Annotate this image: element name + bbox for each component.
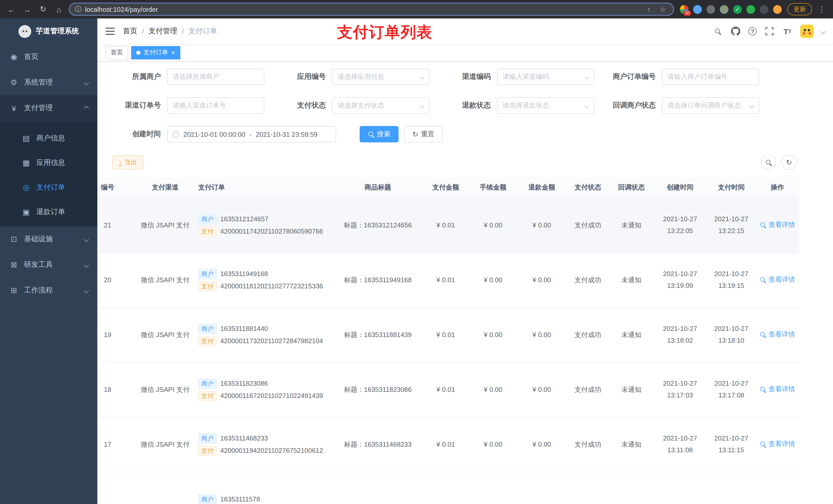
export-button[interactable]: ↓ 导出 xyxy=(112,155,143,170)
github-icon[interactable] xyxy=(731,26,741,37)
cell-pay-order: 商户1635311881440支付42000011732021102728479… xyxy=(192,307,333,362)
app-id-input[interactable]: 请选择应用信息 xyxy=(332,69,429,85)
sidebar-item-workflow[interactable]: ⊞工作流程 xyxy=(0,278,97,303)
view-detail-link[interactable]: 查看详情 xyxy=(760,440,795,449)
merchant-tag: 商户 xyxy=(198,433,217,443)
reset-button[interactable]: ↻ 重置 xyxy=(404,126,443,142)
extension-sage-icon[interactable] xyxy=(720,5,729,14)
merchant-order-no-input[interactable]: 请输入商户订单编号 xyxy=(662,69,759,85)
notify-status-input[interactable]: 请选择订单回调商户状态 xyxy=(662,97,759,114)
app-logo[interactable]: 芋道管理系统 xyxy=(0,19,97,44)
table-row: 18微信 JSAPI 支付商户1635311823086支付4200001167… xyxy=(97,362,799,417)
search-icon[interactable] xyxy=(713,26,723,37)
toggle-search-button[interactable] xyxy=(761,155,776,170)
sidebar-item-devtools[interactable]: ⊠研发工具 xyxy=(0,252,97,278)
breadcrumb-home[interactable]: 首页 xyxy=(123,27,137,36)
view-detail-link[interactable]: 查看详情 xyxy=(760,385,795,394)
back-button[interactable]: ← xyxy=(5,3,18,15)
clock-icon xyxy=(173,131,179,138)
chevron-down-icon[interactable] xyxy=(820,29,826,34)
sidebar-item-app-info[interactable]: ▦应用信息 xyxy=(0,150,97,175)
filter-field: 商户订单编号请输入商户订单编号 xyxy=(600,69,759,85)
filter-label: 渠道订单号 xyxy=(105,101,167,110)
merchant-input[interactable]: 请选择所属商户 xyxy=(167,69,264,85)
tab-label: 支付订单 xyxy=(143,48,168,57)
create-time-range-input[interactable]: 2021-10-01 00:00:00 - 2021-10-31 23:59:5… xyxy=(167,126,336,142)
merchant-order-no: 1635312124657 xyxy=(220,215,268,223)
tags-view: 首页 支付订单 × xyxy=(97,44,833,62)
extension-face-icon[interactable] xyxy=(773,5,782,14)
cell-id xyxy=(97,472,138,504)
share-icon[interactable]: ↑ xyxy=(644,4,654,14)
extension-badge: 10 xyxy=(684,10,691,16)
pay-order-no: 4200001194202110276752100612 xyxy=(220,447,323,454)
column-header: 支付渠道 xyxy=(138,177,192,198)
pay-tag: 支付 xyxy=(198,390,217,401)
sidebar-item-system[interactable]: ⚙系统管理 xyxy=(0,70,97,95)
reload-button[interactable]: ↻ xyxy=(37,3,49,15)
tab-label: 首页 xyxy=(111,48,123,57)
view-detail-link[interactable]: 查看详情 xyxy=(760,220,795,230)
breadcrumb-pay-manage[interactable]: 支付管理 xyxy=(148,27,177,36)
cell-refund: ¥ 0.00 xyxy=(518,307,566,362)
search-button[interactable]: 搜索 xyxy=(360,126,399,142)
sidebar-item-label: 支付管理 xyxy=(24,103,53,113)
browser-menu-icon[interactable]: ⋮ xyxy=(815,3,828,15)
cell-pay-order: 商户1635311468233支付42000011942021102767521… xyxy=(192,417,333,472)
home-button[interactable]: ⌂ xyxy=(53,3,65,15)
sidebar-item-infra[interactable]: ⊡基础设施 xyxy=(0,226,97,252)
forward-button[interactable]: → xyxy=(21,3,33,15)
extensions-grid-icon[interactable]: 10 xyxy=(680,5,689,14)
sidebar-item-home[interactable]: ◉首页 xyxy=(0,44,97,70)
cell-refund: ¥ 0.00 xyxy=(518,362,566,417)
pay-status-input[interactable]: 请选择支付状态 xyxy=(332,97,429,114)
table-row: 商户16353111578 xyxy=(97,472,799,504)
table-row: 17微信 JSAPI 支付商户1635311468233支付4200001194… xyxy=(97,417,799,472)
close-icon[interactable]: × xyxy=(171,49,175,56)
filter-label: 应用编号 xyxy=(270,72,332,81)
placeholder-text: 请选择订单回调商户状态 xyxy=(668,101,747,110)
table-body: 21微信 JSAPI 支付商户1635312124657支付4200001174… xyxy=(97,198,799,504)
refund-status-input[interactable]: 请选择退款状态 xyxy=(497,97,594,114)
fullscreen-icon[interactable] xyxy=(764,26,775,37)
search-icon xyxy=(368,131,375,138)
bookmark-star-icon[interactable]: ☆ xyxy=(658,4,668,14)
channel-order-no-input[interactable]: 请输入渠道订单号 xyxy=(167,97,264,114)
merchant-tag: 商户 xyxy=(198,214,217,224)
cell-fee: ¥ 0.00 xyxy=(469,198,518,253)
sidebar-item-refund-order[interactable]: ▣退款订单 xyxy=(0,200,97,224)
extension-green-check-icon[interactable]: ✓ xyxy=(733,5,742,14)
merchant-order-no: 1635311881440 xyxy=(220,325,268,332)
channel-code-input[interactable]: 请输入渠道编码 xyxy=(497,69,594,85)
help-icon[interactable]: ? xyxy=(748,27,757,35)
cell-create-time: 2021-10-2713:19:09 xyxy=(653,253,707,307)
extension-blue-icon[interactable] xyxy=(693,5,702,14)
cell-create-time: 2021-10-2713:18:02 xyxy=(653,307,707,362)
sidebar-item-pay-order[interactable]: ◎支付订单 xyxy=(0,175,97,200)
check-icon: ✓ xyxy=(735,6,740,12)
tab-pay-order[interactable]: 支付订单 × xyxy=(131,46,180,59)
site-info-icon[interactable]: ⓘ xyxy=(75,5,81,14)
browser-update-button[interactable]: 更新 xyxy=(787,3,812,15)
merchant-tag: 商户 xyxy=(198,323,217,334)
cell-title xyxy=(333,472,423,504)
extension-dark-icon[interactable] xyxy=(760,5,768,14)
cell-status: 支付成功 xyxy=(566,362,610,417)
font-size-icon[interactable]: TT xyxy=(782,26,792,37)
view-detail-link[interactable]: 查看详情 xyxy=(760,330,795,339)
sidebar-item-pay[interactable]: ¥支付管理 xyxy=(0,95,97,121)
chevron-down-icon xyxy=(584,74,589,79)
cell-channel: 微信 JSAPI 支付 xyxy=(138,417,192,472)
cell-amount: ¥ 0.01 xyxy=(423,307,469,362)
view-detail-link[interactable]: 查看详情 xyxy=(760,275,795,285)
hamburger-icon[interactable] xyxy=(105,28,115,35)
url-bar[interactable]: ⓘ localhost:1024/pay/order ↑ ☆ xyxy=(69,3,674,16)
filter-field: 支付状态请选择支付状态 xyxy=(270,97,429,114)
refresh-table-button[interactable]: ↻ xyxy=(781,155,796,170)
tab-home[interactable]: 首页 xyxy=(105,46,128,59)
workflow-icon: ⊞ xyxy=(9,286,19,295)
sidebar-item-merchant-info[interactable]: ▤商户信息 xyxy=(0,126,97,150)
user-avatar[interactable] xyxy=(800,25,813,38)
extension-chat-icon[interactable] xyxy=(746,5,755,14)
extension-gray-icon[interactable] xyxy=(707,5,715,14)
